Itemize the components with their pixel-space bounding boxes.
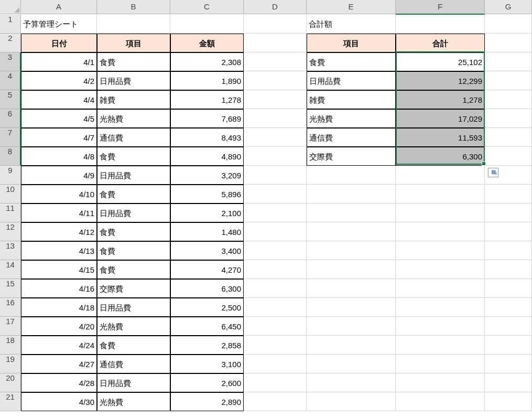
cell-C4[interactable]: 1,890 xyxy=(170,71,244,90)
cell-D16[interactable] xyxy=(244,298,307,317)
col-header-F[interactable]: F xyxy=(396,0,485,15)
cell-G17[interactable] xyxy=(485,317,532,336)
row-header-5[interactable]: 5 xyxy=(0,90,21,109)
cell-D14[interactable] xyxy=(244,260,307,279)
cell-D7[interactable] xyxy=(244,128,307,147)
cell-F11[interactable] xyxy=(396,203,485,222)
spreadsheet-grid[interactable]: ABCDEFG1予算管理シート合計額2日付項目金額項目合計34/1食費2,308… xyxy=(0,0,532,411)
cell-E17[interactable] xyxy=(307,317,396,336)
cell-A13[interactable]: 4/13 xyxy=(21,241,97,260)
col-header-B[interactable]: B xyxy=(97,0,170,14)
cell-G21[interactable] xyxy=(485,392,532,411)
cell-E10[interactable] xyxy=(307,185,396,203)
cell-A21[interactable]: 4/30 xyxy=(21,392,97,411)
cell-C2[interactable]: 金額 xyxy=(170,34,244,52)
cell-A2[interactable]: 日付 xyxy=(21,34,97,52)
cell-B9[interactable]: 日用品費 xyxy=(97,166,170,185)
cell-E11[interactable] xyxy=(307,203,396,222)
cell-C9[interactable]: 3,209 xyxy=(170,166,244,185)
cell-A5[interactable]: 4/4 xyxy=(21,90,97,109)
cell-G18[interactable] xyxy=(485,336,532,355)
cell-F10[interactable] xyxy=(396,185,485,203)
row-header-1[interactable]: 1 xyxy=(0,15,21,34)
row-header-8[interactable]: 8 xyxy=(0,147,21,166)
cell-C10[interactable]: 5,896 xyxy=(170,185,244,203)
cell-G20[interactable] xyxy=(485,373,532,392)
cell-E16[interactable] xyxy=(307,298,396,317)
cell-B13[interactable]: 食費 xyxy=(97,241,170,260)
cell-C11[interactable]: 2,100 xyxy=(170,203,244,222)
cell-C8[interactable]: 4,890 xyxy=(170,147,244,166)
row-header-13[interactable]: 13 xyxy=(0,241,21,260)
cell-F16[interactable] xyxy=(396,298,485,317)
cell-E7[interactable]: 通信費 xyxy=(307,128,396,147)
cell-G8[interactable] xyxy=(485,147,532,166)
cell-E4[interactable]: 日用品費 xyxy=(307,71,396,90)
cell-C5[interactable]: 1,278 xyxy=(170,90,244,109)
cell-D19[interactable] xyxy=(244,355,307,373)
cell-B5[interactable]: 雑費 xyxy=(97,90,170,109)
cell-C13[interactable]: 3,400 xyxy=(170,241,244,260)
cell-F3[interactable]: 25,102 xyxy=(396,52,485,71)
cell-B20[interactable]: 日用品費 xyxy=(97,373,170,392)
cell-E8[interactable]: 交際費 xyxy=(307,147,396,166)
cell-B19[interactable]: 通信費 xyxy=(97,355,170,373)
cell-D8[interactable] xyxy=(244,147,307,166)
row-header-3[interactable]: 3 xyxy=(0,52,21,71)
row-header-18[interactable]: 18 xyxy=(0,336,21,355)
cell-E5[interactable]: 雑費 xyxy=(307,90,396,109)
cell-D20[interactable] xyxy=(244,373,307,392)
cell-G14[interactable] xyxy=(485,260,532,279)
cell-A15[interactable]: 4/16 xyxy=(21,279,97,298)
cell-C12[interactable]: 1,480 xyxy=(170,222,244,241)
cell-E14[interactable] xyxy=(307,260,396,279)
cell-B18[interactable]: 食費 xyxy=(97,336,170,355)
cell-F7[interactable]: 11,593 xyxy=(396,128,485,147)
cell-F2[interactable]: 合計 xyxy=(396,34,485,52)
cell-B14[interactable]: 食費 xyxy=(97,260,170,279)
cell-A17[interactable]: 4/20 xyxy=(21,317,97,336)
cell-F1[interactable] xyxy=(396,15,485,34)
cell-B12[interactable]: 食費 xyxy=(97,222,170,241)
row-header-17[interactable]: 17 xyxy=(0,317,21,336)
cell-E9[interactable] xyxy=(307,166,396,185)
cell-E15[interactable] xyxy=(307,279,396,298)
cell-D17[interactable] xyxy=(244,317,307,336)
row-header-21[interactable]: 21 xyxy=(0,392,21,411)
cell-B10[interactable]: 食費 xyxy=(97,185,170,203)
cell-B15[interactable]: 交際費 xyxy=(97,279,170,298)
cell-A3[interactable]: 4/1 xyxy=(21,52,97,71)
cell-F19[interactable] xyxy=(396,355,485,373)
cell-G19[interactable] xyxy=(485,355,532,373)
col-header-G[interactable]: G xyxy=(485,0,532,14)
cell-G4[interactable] xyxy=(485,71,532,90)
cell-D5[interactable] xyxy=(244,90,307,109)
cell-B16[interactable]: 日用品費 xyxy=(97,298,170,317)
cell-F5[interactable]: 1,278 xyxy=(396,90,485,109)
cell-D15[interactable] xyxy=(244,279,307,298)
cell-G5[interactable] xyxy=(485,90,532,109)
cell-C7[interactable]: 8,493 xyxy=(170,128,244,147)
cell-F13[interactable] xyxy=(396,241,485,260)
cell-A16[interactable]: 4/18 xyxy=(21,298,97,317)
cell-F17[interactable] xyxy=(396,317,485,336)
row-header-11[interactable]: 11 xyxy=(0,203,21,222)
row-header-15[interactable]: 15 xyxy=(0,279,21,298)
cell-D9[interactable] xyxy=(244,166,307,185)
cell-B2[interactable]: 項目 xyxy=(97,34,170,52)
cell-D13[interactable] xyxy=(244,241,307,260)
col-header-C[interactable]: C xyxy=(170,0,244,14)
cell-A19[interactable]: 4/27 xyxy=(21,355,97,373)
cell-C6[interactable]: 7,689 xyxy=(170,109,244,128)
cell-G11[interactable] xyxy=(485,203,532,222)
col-header-E[interactable]: E xyxy=(307,0,396,14)
cell-C20[interactable]: 2,600 xyxy=(170,373,244,392)
cell-D12[interactable] xyxy=(244,222,307,241)
cell-G13[interactable] xyxy=(485,241,532,260)
cell-B6[interactable]: 光熱費 xyxy=(97,109,170,128)
cell-E2[interactable]: 項目 xyxy=(307,34,396,52)
cell-G1[interactable] xyxy=(485,15,532,34)
row-header-16[interactable]: 16 xyxy=(0,298,21,317)
cell-C3[interactable]: 2,308 xyxy=(170,52,244,71)
cell-C16[interactable]: 2,500 xyxy=(170,298,244,317)
